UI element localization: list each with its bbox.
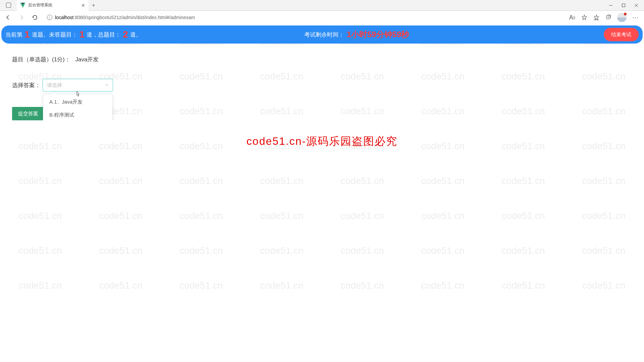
read-aloud-icon[interactable]: A)): [569, 14, 576, 21]
browser-toolbar: i localhost:8080/springbootu521z/admin/d…: [0, 11, 644, 24]
question-text: 题目（单选题）(1分)： Java开发: [12, 56, 632, 63]
maximize-button[interactable]: [621, 3, 626, 8]
answer-dropdown: A.1、Java开发 B.程序测试: [43, 94, 113, 120]
exam-timer: 考试剩余时间： 1小时59分钟59秒: [304, 29, 410, 40]
chevron-up-icon: [105, 83, 109, 88]
site-info-icon[interactable]: i: [47, 15, 52, 20]
more-menu-icon[interactable]: ⋯: [632, 14, 639, 21]
exam-status-bar: 当前第 1 道题。未答题目： 1 道，总题目： 2 道。 考试剩余时间： 1小时…: [1, 25, 643, 44]
select-placeholder: 请选择: [47, 82, 105, 88]
answer-select[interactable]: 请选择 A.1、Java开发 B.程序测试: [43, 79, 113, 92]
star-outline-icon[interactable]: [581, 14, 588, 21]
close-window-button[interactable]: [634, 3, 639, 8]
refresh-button[interactable]: [30, 12, 40, 23]
dropdown-option-b[interactable]: B.程序测试: [43, 109, 112, 120]
submit-answer-button[interactable]: 提交答案: [12, 107, 44, 120]
unanswered-count: 1: [78, 29, 86, 40]
new-tab-button[interactable]: +: [89, 0, 99, 10]
tab-title: 后台管理系统: [28, 2, 78, 8]
question-progress: 当前第 1 道题。未答题目： 1 道，总题目： 2 道。: [5, 29, 142, 40]
tab-close-icon[interactable]: ✕: [81, 3, 85, 8]
address-bar[interactable]: i localhost:8080/springbootu521z/admin/d…: [43, 12, 564, 23]
favorites-icon[interactable]: [593, 14, 600, 21]
tab-overview-button[interactable]: [0, 0, 17, 11]
svg-rect-1: [622, 4, 625, 7]
collections-icon[interactable]: [605, 14, 612, 21]
answer-label: 选择答案：: [12, 81, 41, 89]
current-question-number: 1: [23, 29, 31, 40]
exam-content: 题目（单选题）(1分)： Java开发 选择答案： 请选择 A.1、Java开发…: [0, 44, 644, 120]
profile-avatar[interactable]: [617, 13, 627, 22]
window-controls: [608, 3, 644, 8]
browser-tab[interactable]: 后台管理系统 ✕: [17, 0, 89, 11]
vue-favicon-icon: [20, 3, 25, 8]
minimize-button[interactable]: [608, 3, 613, 8]
end-exam-button[interactable]: 结束考试: [604, 28, 639, 41]
back-button[interactable]: [3, 12, 13, 23]
dropdown-option-a[interactable]: A.1、Java开发: [43, 96, 112, 109]
browser-tab-strip: 后台管理系统 ✕ +: [0, 0, 644, 11]
total-questions: 2: [121, 29, 129, 40]
timer-value: 1小时59分钟59秒: [347, 29, 410, 40]
tab-overview-icon: [6, 3, 11, 8]
forward-button[interactable]: [16, 12, 27, 23]
url-text: localhost:8080/springbootu521z/admin/dis…: [55, 15, 195, 20]
